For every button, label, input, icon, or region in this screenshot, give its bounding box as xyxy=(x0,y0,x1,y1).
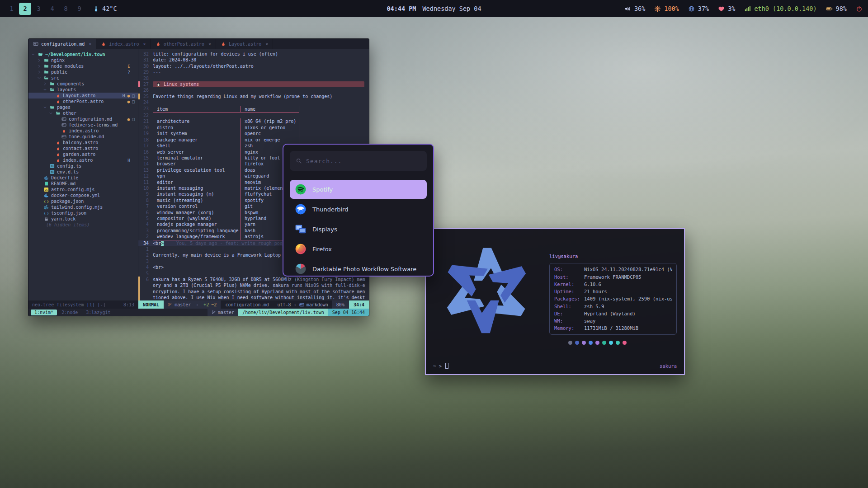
tree-item[interactable]: tailwind.config.mjs xyxy=(28,204,138,210)
status-module[interactable]: 3% xyxy=(718,5,735,12)
tab-close-button[interactable]: × xyxy=(265,42,268,47)
editor-tab[interactable]: configuration.md × xyxy=(28,39,96,49)
search-bar[interactable] xyxy=(290,151,427,171)
chevron-icon xyxy=(37,70,42,74)
tree-item[interactable]: Dockerfile xyxy=(28,175,138,181)
table-row: 19 init system openrc xyxy=(138,131,369,136)
launcher-item[interactable]: Darktable Photo Workflow Software xyxy=(290,259,427,277)
tree-item[interactable]: (6 hidden items) xyxy=(28,222,138,228)
editor-tab[interactable]: index.astro × xyxy=(96,39,151,49)
gutter-sign xyxy=(138,87,140,93)
launcher-item[interactable]: Spotify xyxy=(290,180,427,199)
tree-item[interactable]: JS astro.config.mjs xyxy=(28,187,138,192)
status-module[interactable]: 100% xyxy=(654,5,679,12)
gutter-sign xyxy=(138,118,140,124)
tab-close-button[interactable]: × xyxy=(143,42,146,47)
workspace-button[interactable]: 3 xyxy=(33,3,45,15)
table-cell-item: nodejs package manager xyxy=(153,221,241,227)
file-type-icon: { } xyxy=(44,199,49,204)
tmux-window-tab[interactable]: 2:node xyxy=(58,310,81,315)
status-module[interactable]: 36% xyxy=(624,5,645,12)
tree-item[interactable]: layouts xyxy=(28,87,138,93)
tab-close-button[interactable]: × xyxy=(208,42,211,47)
tree-item[interactable]: Layout.astro H ● □ xyxy=(28,93,138,99)
tree-item[interactable]: nginx xyxy=(28,57,138,63)
tree-item[interactable]: { } package.json xyxy=(28,198,138,204)
tree-item[interactable]: otherPost.astro ● □ xyxy=(28,99,138,104)
file-type-icon xyxy=(56,152,61,157)
tree-item[interactable]: tone-guide.md xyxy=(28,134,138,140)
tab-label: otherPost.astro xyxy=(164,42,204,47)
tree-item[interactable]: README.md xyxy=(28,181,138,187)
tree-item[interactable]: configuration.md ● □ xyxy=(28,116,138,122)
markdown-icon xyxy=(299,302,304,307)
tree-item[interactable]: yarn.lock xyxy=(28,216,138,222)
workspace-button[interactable]: 4 xyxy=(46,3,58,15)
editor-tab[interactable]: otherPost.astro × xyxy=(151,39,216,49)
gutter-sign xyxy=(138,179,140,185)
tree-item-label: other xyxy=(63,111,76,116)
tmux-window-tab[interactable]: 3:lazygit xyxy=(82,310,114,315)
status-module[interactable]: 37% xyxy=(688,5,709,12)
tree-item[interactable]: fediverse-terms.md xyxy=(28,122,138,128)
gutter-sign xyxy=(138,203,140,209)
tree-item[interactable]: components xyxy=(28,81,138,87)
info-label: Host: xyxy=(554,273,584,281)
table-header-line: 23 item name xyxy=(138,106,369,113)
tab-close-button[interactable]: × xyxy=(89,42,91,47)
tree-item[interactable]: TS env.d.ts xyxy=(28,169,138,175)
status-module[interactable]: 98% xyxy=(826,5,847,12)
shell-prompt-row[interactable]: ~ > sakura xyxy=(433,362,677,370)
table-separator-line: 22 xyxy=(138,113,369,118)
tree-item[interactable]: contact.astro xyxy=(28,145,138,151)
tree-item[interactable]: index.astro xyxy=(28,128,138,134)
workspace-button[interactable]: 2 xyxy=(19,3,31,15)
tree-item-label: tailwind.config.mjs xyxy=(51,205,103,210)
tree-item-label: otherPost.astro xyxy=(63,99,104,104)
temperature-module[interactable]: 42°C xyxy=(93,5,117,12)
editor-tabline: configuration.md × index.astro × otherPo… xyxy=(28,39,369,49)
gutter-sign xyxy=(138,252,140,258)
search-input[interactable] xyxy=(306,158,421,164)
workspace-button[interactable]: 1 xyxy=(5,3,18,15)
launcher-item[interactable]: Thunderbird xyxy=(290,200,427,219)
filetype-label: markdown xyxy=(307,302,328,307)
gutter-sign xyxy=(138,81,140,87)
status-module[interactable]: eth0 (10.0.0.140) xyxy=(744,5,816,12)
chevron-icon xyxy=(37,64,42,68)
module-value: 100% xyxy=(664,5,679,12)
tree-item[interactable]: ~/Development/liv.town xyxy=(28,52,138,57)
tree-item[interactable]: garden.astro xyxy=(28,151,138,157)
tree-item-label: config.ts xyxy=(57,164,81,169)
clock-module[interactable]: 04:44 PM Wednesday Sep 04 xyxy=(387,5,481,12)
tree-item[interactable]: other xyxy=(28,110,138,116)
workspace-button[interactable]: 9 xyxy=(73,3,85,15)
palette-dot xyxy=(595,341,599,345)
editor-tab[interactable]: Layout.astro × xyxy=(216,39,273,49)
launcher-item[interactable]: Displays xyxy=(290,220,427,239)
app-launcher: Spotify Thunderbird Displays Firefox Dar… xyxy=(283,144,434,277)
tree-item-label: public xyxy=(51,70,67,75)
tree-item[interactable]: index.astro H xyxy=(28,157,138,163)
tree-item[interactable]: balcony.astro xyxy=(28,140,138,145)
launcher-results: Spotify Thunderbird Displays Firefox Dar… xyxy=(290,180,427,277)
tree-item[interactable]: public ? xyxy=(28,69,138,75)
workspace-button[interactable]: 8 xyxy=(60,3,72,15)
clock-time: 04:44 PM xyxy=(387,5,416,12)
file-type-icon xyxy=(61,122,66,127)
line-number: 30 xyxy=(141,63,153,69)
tree-item[interactable]: { } tsconfig.json xyxy=(28,210,138,216)
table-cell-item: web server xyxy=(153,149,241,155)
tree-item[interactable]: docker-compose.yml xyxy=(28,192,138,198)
tab-label: index.astro xyxy=(109,42,139,47)
gutter-sign xyxy=(138,258,140,264)
tree-item[interactable]: TS config.ts xyxy=(28,163,138,169)
line-number: 11 xyxy=(141,179,153,185)
tmux-window-tab[interactable]: 1:nvim* xyxy=(31,310,57,315)
power-button[interactable] xyxy=(856,5,863,12)
launcher-item[interactable]: Firefox xyxy=(290,239,427,258)
file-type-icon xyxy=(44,64,49,69)
tree-item[interactable]: pages xyxy=(28,104,138,110)
tree-item[interactable]: node_modules E xyxy=(28,63,138,69)
tree-item[interactable]: src xyxy=(28,75,138,81)
